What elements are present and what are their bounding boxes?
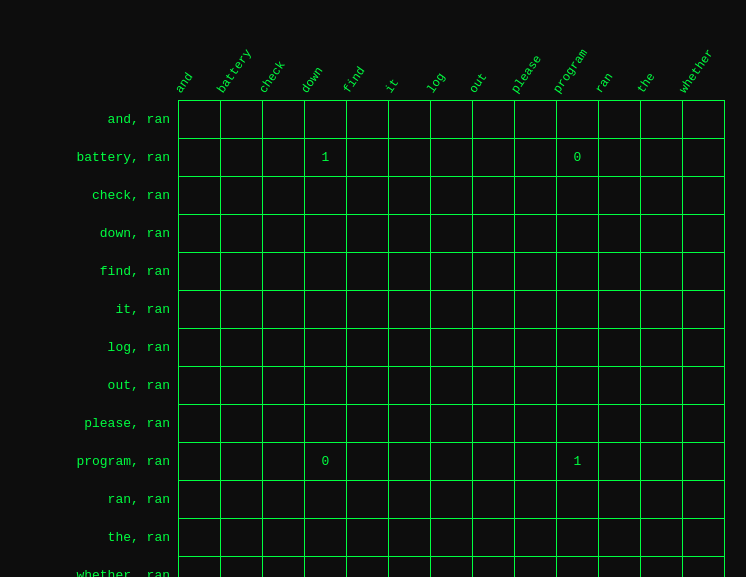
cell-1-5 [389, 139, 431, 177]
cell-11-0 [179, 519, 221, 557]
cell-5-10 [599, 291, 641, 329]
cell-4-8 [515, 253, 557, 291]
cell-0-1 [221, 101, 263, 139]
cell-3-11 [641, 215, 683, 253]
cell-3-7 [473, 215, 515, 253]
cell-10-5 [389, 481, 431, 519]
grid-row-11 [179, 519, 725, 557]
cell-12-2 [263, 557, 305, 577]
cell-10-2 [263, 481, 305, 519]
cell-8-6 [431, 405, 473, 443]
cell-12-4 [347, 557, 389, 577]
row-label-11: the, ran [10, 518, 178, 556]
cell-7-0 [179, 367, 221, 405]
cell-9-5 [389, 443, 431, 481]
col-header-whether: whether [684, 10, 726, 100]
cell-5-7 [473, 291, 515, 329]
cell-7-1 [221, 367, 263, 405]
cell-0-8 [515, 101, 557, 139]
row-label-7: out, ran [10, 366, 178, 404]
cell-10-11 [641, 481, 683, 519]
cell-1-6 [431, 139, 473, 177]
cell-4-9 [557, 253, 599, 291]
cell-6-3 [305, 329, 347, 367]
cell-11-6 [431, 519, 473, 557]
cell-5-6 [431, 291, 473, 329]
cell-4-2 [263, 253, 305, 291]
cell-7-7 [473, 367, 515, 405]
row-label-3: down, ran [10, 214, 178, 252]
row-label-4: find, ran [10, 252, 178, 290]
cell-4-1 [221, 253, 263, 291]
cell-1-0 [179, 139, 221, 177]
cell-10-8 [515, 481, 557, 519]
grid: 1001 [178, 100, 725, 577]
cell-2-9 [557, 177, 599, 215]
cell-2-8 [515, 177, 557, 215]
cell-1-7 [473, 139, 515, 177]
cell-7-4 [347, 367, 389, 405]
cell-3-12 [683, 215, 725, 253]
cell-9-6 [431, 443, 473, 481]
cell-1-10 [599, 139, 641, 177]
cell-10-7 [473, 481, 515, 519]
cell-2-10 [599, 177, 641, 215]
cell-2-7 [473, 177, 515, 215]
grid-row-9: 01 [179, 443, 725, 481]
grid-row-7 [179, 367, 725, 405]
row-labels: and, ranbattery, rancheck, randown, ranf… [10, 100, 178, 577]
cell-0-5 [389, 101, 431, 139]
cell-0-12 [683, 101, 725, 139]
cell-4-5 [389, 253, 431, 291]
row-label-0: and, ran [10, 100, 178, 138]
grid-row-12 [179, 557, 725, 577]
cell-4-3 [305, 253, 347, 291]
cell-7-10 [599, 367, 641, 405]
cell-8-10 [599, 405, 641, 443]
cell-7-9 [557, 367, 599, 405]
matrix-wrapper: andbatterycheckdownfinditlogoutpleasepro… [10, 10, 726, 577]
cell-11-2 [263, 519, 305, 557]
cell-0-3 [305, 101, 347, 139]
cell-5-1 [221, 291, 263, 329]
cell-11-9 [557, 519, 599, 557]
cell-8-12 [683, 405, 725, 443]
cell-0-11 [641, 101, 683, 139]
cell-11-1 [221, 519, 263, 557]
main-container: andbatterycheckdownfinditlogoutpleasepro… [0, 0, 746, 577]
cell-6-9 [557, 329, 599, 367]
cell-8-7 [473, 405, 515, 443]
cell-0-2 [263, 101, 305, 139]
cell-12-10 [599, 557, 641, 577]
cell-9-8 [515, 443, 557, 481]
cell-8-1 [221, 405, 263, 443]
cell-6-11 [641, 329, 683, 367]
cell-0-6 [431, 101, 473, 139]
cell-11-10 [599, 519, 641, 557]
cell-2-4 [347, 177, 389, 215]
cell-7-6 [431, 367, 473, 405]
cell-11-5 [389, 519, 431, 557]
cell-7-2 [263, 367, 305, 405]
grid-row-4 [179, 253, 725, 291]
cell-3-6 [431, 215, 473, 253]
row-label-9: program, ran [10, 442, 178, 480]
cell-9-3: 0 [305, 443, 347, 481]
cell-1-3: 1 [305, 139, 347, 177]
cell-9-10 [599, 443, 641, 481]
cell-9-7 [473, 443, 515, 481]
cell-9-4 [347, 443, 389, 481]
cell-5-3 [305, 291, 347, 329]
grid-row-5 [179, 291, 725, 329]
cell-7-5 [389, 367, 431, 405]
cell-6-4 [347, 329, 389, 367]
cell-2-2 [263, 177, 305, 215]
cell-5-8 [515, 291, 557, 329]
cell-12-8 [515, 557, 557, 577]
cell-5-2 [263, 291, 305, 329]
grid-row-8 [179, 405, 725, 443]
cell-6-6 [431, 329, 473, 367]
cell-9-12 [683, 443, 725, 481]
cell-3-8 [515, 215, 557, 253]
cell-3-5 [389, 215, 431, 253]
